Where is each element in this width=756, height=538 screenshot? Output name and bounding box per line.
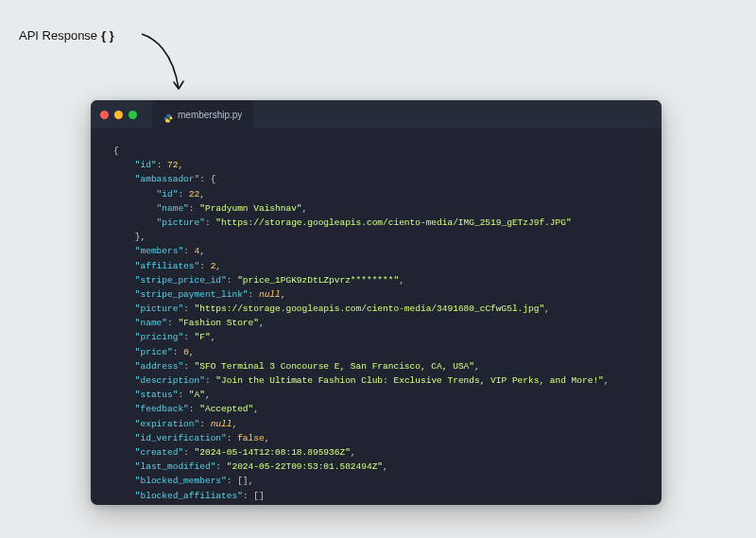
arrow-icon <box>137 30 194 106</box>
python-file-icon <box>163 110 173 119</box>
editor-window: membership.py { "id": 72, "ambassador": … <box>91 100 662 505</box>
annotation-text: API Response <box>19 28 97 43</box>
canvas: API Response { } membership.py { "id": 7… <box>0 0 756 538</box>
window-maximize-button[interactable] <box>129 111 137 119</box>
editor-tab[interactable]: membership.py <box>152 100 253 129</box>
annotation-braces: { } <box>101 28 114 43</box>
tab-filename: membership.py <box>178 110 242 120</box>
title-bar: membership.py <box>91 100 662 129</box>
window-minimize-button[interactable] <box>114 111 123 119</box>
window-close-button[interactable] <box>100 111 109 119</box>
code-content[interactable]: { "id": 72, "ambassador": { "id": 22, "n… <box>91 129 662 505</box>
annotation-label: API Response { } <box>19 28 114 43</box>
